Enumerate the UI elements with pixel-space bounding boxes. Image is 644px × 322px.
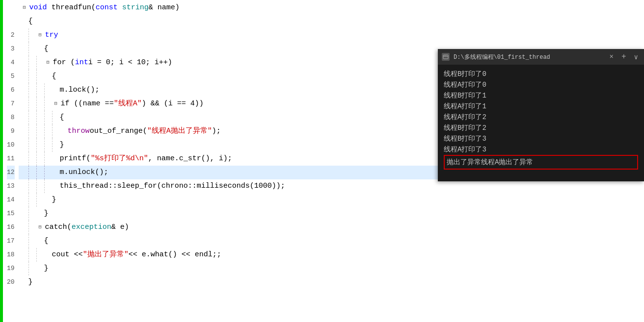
code-line-brace-catch-close: } [19,262,644,275]
terminal-line-8: 线程A打印了3 [444,144,638,155]
code-line-brace-try-close: } [19,207,644,221]
terminal-close-button[interactable]: × [608,53,616,61]
collapse-catch[interactable]: ⊟ [36,223,44,231]
terminal-icon [442,53,450,61]
code-line-brace1: { [19,15,644,28]
terminal-line-7: 线程B打印了3 [444,133,638,144]
terminal-line-2: 线程A打印了0 [444,79,638,90]
code-editor: 2 3 4 5 6 7 8 9 10 11 12 13 14 15 16 17 … [3,0,644,322]
terminal-line-5: 线程A打印了2 [444,112,638,123]
terminal-line-1: 线程B打印了0 [444,69,638,79]
terminal-title: D:\多线程编程\01_first_thread [454,53,604,61]
code-line-catch: ⊟ catch( exception & e) [19,221,644,234]
svg-point-4 [446,55,447,56]
terminal-highlighted-line: 抛出了异常线程A抛出了异常 [444,155,638,170]
terminal-line-6: 线程B打印了2 [444,123,638,133]
code-line-brace-catch: { [19,234,644,248]
code-line-sleep: this_thread::sleep_for(chrono::milliseco… [19,179,644,193]
svg-point-2 [444,55,445,56]
line-numbers: 2 3 4 5 6 7 8 9 10 11 12 13 14 15 16 17 … [3,0,19,322]
terminal-line-4: 线程A打印了1 [444,101,638,112]
collapse-try[interactable]: ⊟ [36,31,44,39]
terminal-titlebar: D:\多线程编程\01_first_thread × + ∨ [438,49,644,65]
terminal-add-button[interactable]: + [619,52,628,61]
code-line-main-close: } [19,275,644,289]
collapse-if[interactable]: ⊟ [52,100,60,108]
code-line-1: ⊟ void threadfun( const string & name) [19,1,644,15]
svg-point-3 [445,55,446,56]
terminal-panel: D:\多线程编程\01_first_thread × + ∨ 线程B打印了0 线… [438,49,644,181]
code-line-cout: cout << "抛出了异常" << e.what() << endl;; [19,248,644,262]
collapse-1[interactable]: ⊟ [21,4,28,12]
terminal-body: 线程B打印了0 线程A打印了0 线程B打印了1 线程A打印了1 线程A打印了2 … [438,65,644,181]
code-line-brace-for-close: } [19,193,644,207]
code-line-try: ⊟ try [19,28,644,42]
terminal-more-button[interactable]: ∨ [632,53,640,61]
svg-rect-0 [443,55,448,59]
terminal-line-3: 线程B打印了1 [444,90,638,101]
collapse-for[interactable]: ⊟ [44,59,52,67]
